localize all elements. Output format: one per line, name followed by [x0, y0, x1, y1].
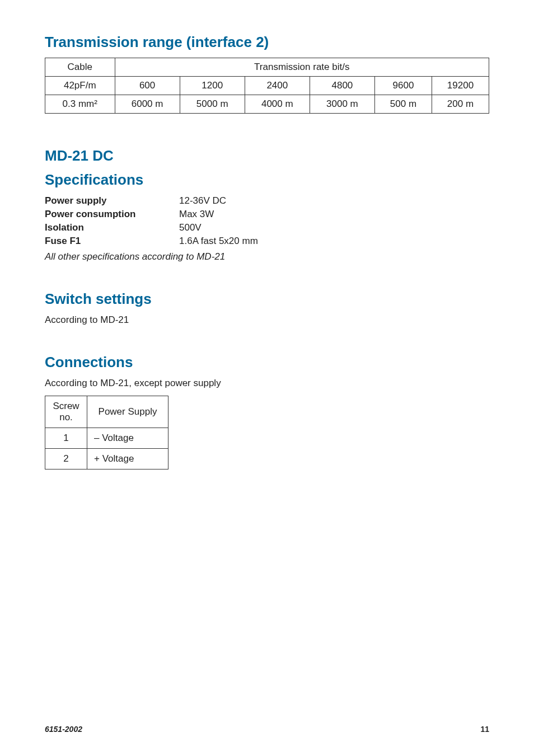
cell: 500 m — [374, 95, 432, 114]
connections-body: According to MD-21, except power supply — [45, 378, 489, 389]
spec-row: Power supply 12-36V DC — [45, 195, 489, 206]
spec-value: 500V — [179, 222, 489, 233]
table-header-power: Power Supply — [87, 396, 168, 428]
table-header-row: Cable Transmission rate bit/s — [45, 58, 489, 77]
table-row: 0.3 mm² 6000 m 5000 m 4000 m 3000 m 500 … — [45, 95, 489, 114]
spec-label: Isolation — [45, 222, 179, 233]
specs-note: All other specifications according to MD… — [45, 251, 489, 262]
spec-label: Power consumption — [45, 209, 179, 220]
section-title-connections: Connections — [45, 354, 489, 371]
cell: 1 — [45, 428, 87, 449]
section-title-transmission: Transmission range (interface 2) — [45, 34, 489, 51]
section-title-md21dc: MD-21 DC — [45, 147, 489, 165]
cell: 3000 m — [310, 95, 374, 114]
cell: 600 — [115, 77, 180, 95]
cell: – Voltage — [87, 428, 168, 449]
table-header-cable: Cable — [45, 58, 115, 77]
cell: 1200 — [180, 77, 245, 95]
section-subtitle-specifications: Specifications — [45, 171, 489, 189]
footer-docnum: 6151-2002 — [45, 725, 82, 734]
table-row: 1 – Voltage — [45, 428, 168, 449]
table-header-screw: Screw no. — [45, 396, 87, 428]
table-row: 2 + Voltage — [45, 449, 168, 469]
cell: 200 m — [432, 95, 489, 114]
cell: 2400 — [245, 77, 310, 95]
table-header-row: Screw no. Power Supply — [45, 396, 168, 428]
spec-row: Isolation 500V — [45, 222, 489, 233]
cell: 6000 m — [115, 95, 180, 114]
table-header-trans: Transmission rate bit/s — [115, 58, 489, 77]
cell: 2 — [45, 449, 87, 469]
spec-row: Fuse F1 1.6A fast 5x20 mm — [45, 236, 489, 247]
section-title-switch: Switch settings — [45, 290, 489, 308]
specs-list: Power supply 12-36V DC Power consumption… — [45, 195, 489, 247]
cell: + Voltage — [87, 449, 168, 469]
switch-body: According to MD-21 — [45, 314, 489, 326]
cell: 4800 — [310, 77, 374, 95]
transmission-table: Cable Transmission rate bit/s 42pF/m 600… — [45, 58, 489, 114]
page-footer: 6151-2002 11 — [45, 725, 489, 734]
spec-row: Power consumption Max 3W — [45, 209, 489, 220]
power-supply-table: Screw no. Power Supply 1 – Voltage 2 + V… — [45, 396, 168, 469]
table-row: 42pF/m 600 1200 2400 4800 9600 19200 — [45, 77, 489, 95]
cell: 4000 m — [245, 95, 310, 114]
cell: 9600 — [374, 77, 432, 95]
cell: 5000 m — [180, 95, 245, 114]
spec-label: Fuse F1 — [45, 236, 179, 247]
spec-value: Max 3W — [179, 209, 489, 220]
spec-label: Power supply — [45, 195, 179, 206]
cell: 42pF/m — [45, 77, 115, 95]
cell: 19200 — [432, 77, 489, 95]
spec-value: 1.6A fast 5x20 mm — [179, 236, 489, 247]
spec-value: 12-36V DC — [179, 195, 489, 206]
footer-pagenum: 11 — [480, 725, 489, 734]
cell: 0.3 mm² — [45, 95, 115, 114]
